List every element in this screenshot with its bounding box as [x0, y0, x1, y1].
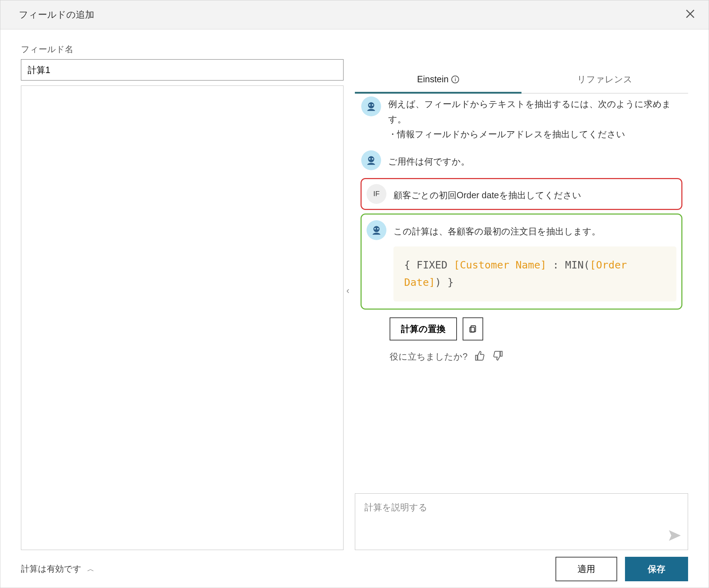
right-column: Einstein i リファレンス ‹ — [355, 59, 688, 550]
avatar-bot — [361, 150, 381, 170]
avatar-bot — [367, 220, 386, 240]
chat-text: 顧客ごとの初回Order dateを抽出してください — [393, 184, 676, 203]
replace-calc-button[interactable]: 計算の置換 — [390, 317, 457, 340]
thumbs-down-icon — [492, 350, 503, 361]
ai-response-body: この計算は、各顧客の最初の注文日を抽出します。 { FIXED [Custome… — [393, 220, 676, 301]
chat-message: ご用件は何ですか。 — [358, 146, 685, 174]
dialog-footer: 計算は有効です ︿ 適用 保存 — [0, 550, 709, 588]
chat-message: 例えば、フィールドからテキストを抽出するには、次のように求めます。 ・情報フィー… — [358, 94, 685, 146]
chat-message: この計算は、各顧客の最初の注文日を抽出します。 { FIXED [Custome… — [365, 220, 678, 301]
svg-point-7 — [372, 158, 373, 159]
send-icon — [667, 528, 681, 543]
save-button[interactable]: 保存 — [625, 557, 688, 581]
side-tabs: Einstein i リファレンス — [355, 66, 688, 94]
feedback-label: 役に立ちましたか? — [390, 351, 468, 362]
prompt-placeholder: 計算を説明する — [364, 502, 428, 512]
apply-button[interactable]: 適用 — [556, 557, 617, 581]
formula-code: { FIXED [Customer Name] : MIN([Order Dat… — [393, 246, 676, 301]
avatar-bot — [361, 96, 381, 116]
prompt-input[interactable]: 計算を説明する — [355, 493, 688, 550]
svg-point-10 — [377, 228, 379, 229]
left-column — [21, 59, 344, 550]
send-button[interactable] — [667, 528, 681, 545]
fieldname-label: フィールド名 — [21, 44, 688, 55]
info-icon[interactable]: i — [451, 76, 459, 83]
user-message-highlight: 自分 IF 顧客ごとの初回Order dateを抽出してください — [361, 178, 682, 210]
fieldname-input[interactable] — [21, 59, 344, 81]
chat-text: ご用件は何ですか。 — [388, 150, 682, 169]
svg-point-2 — [368, 102, 374, 108]
dialog-title: フィールドの追加 — [19, 9, 94, 21]
thumbs-down-button[interactable] — [492, 350, 503, 363]
columns: Einstein i リファレンス ‹ — [21, 59, 688, 550]
svg-point-3 — [369, 104, 370, 106]
chat-wrap: ‹ 例えば、フィールドからテキストを抽出するには、次のように求めます。 ・情報フ… — [355, 94, 688, 487]
chat-text: この計算は、各顧客の最初の注文日を抽出します。 — [393, 220, 676, 239]
tab-einstein-label: Einstein — [417, 74, 449, 84]
validation-status[interactable]: 計算は有効です ︿ — [21, 563, 94, 575]
ai-message-highlight: AI この計算は、各顧客の最初の注文日を抽出します。 { FIXED [Cust… — [361, 213, 682, 310]
collapse-handle[interactable]: ‹ — [346, 285, 350, 296]
thumbs-up-icon — [475, 350, 485, 361]
tab-einstein[interactable]: Einstein i — [355, 66, 521, 93]
einstein-bot-icon — [364, 100, 378, 113]
chat-message: IF 顧客ごとの初回Order dateを抽出してください — [365, 184, 678, 204]
svg-point-5 — [368, 156, 374, 162]
ai-actions: 計算の置換 — [390, 317, 685, 340]
formula-editor[interactable] — [21, 85, 344, 550]
tab-reference[interactable]: リファレンス — [521, 66, 688, 93]
avatar-user: IF — [367, 184, 386, 204]
chat-text: 例えば、フィールドからテキストを抽出するには、次のように求めます。 ・情報フィー… — [388, 96, 682, 142]
svg-point-4 — [372, 104, 373, 106]
footer-buttons: 適用 保存 — [556, 557, 688, 581]
clipboard-icon — [468, 324, 478, 333]
close-icon — [685, 8, 696, 20]
copy-button[interactable] — [463, 317, 483, 340]
feedback-row: 役に立ちましたか? — [390, 350, 685, 363]
chevron-up-icon: ︿ — [87, 564, 94, 574]
dialog-header: フィールドの追加 — [0, 0, 709, 29]
einstein-bot-icon — [370, 223, 383, 237]
close-button[interactable] — [685, 8, 696, 22]
svg-point-8 — [373, 226, 379, 232]
svg-point-9 — [374, 228, 376, 229]
chevron-left-icon: ‹ — [346, 285, 350, 295]
dialog-body: フィールド名 Einstein i リファレンス — [0, 29, 709, 550]
chat-scroll[interactable]: 例えば、フィールドからテキストを抽出するには、次のように求めます。 ・情報フィー… — [355, 94, 688, 487]
tab-reference-label: リファレンス — [577, 73, 632, 85]
status-text: 計算は有効です — [21, 563, 82, 575]
add-field-dialog: フィールドの追加 フィールド名 Einstein i リファレンス — [0, 0, 709, 588]
thumbs-up-button[interactable] — [475, 350, 485, 363]
svg-point-6 — [369, 158, 370, 159]
einstein-bot-icon — [364, 154, 378, 167]
svg-rect-11 — [471, 326, 476, 332]
